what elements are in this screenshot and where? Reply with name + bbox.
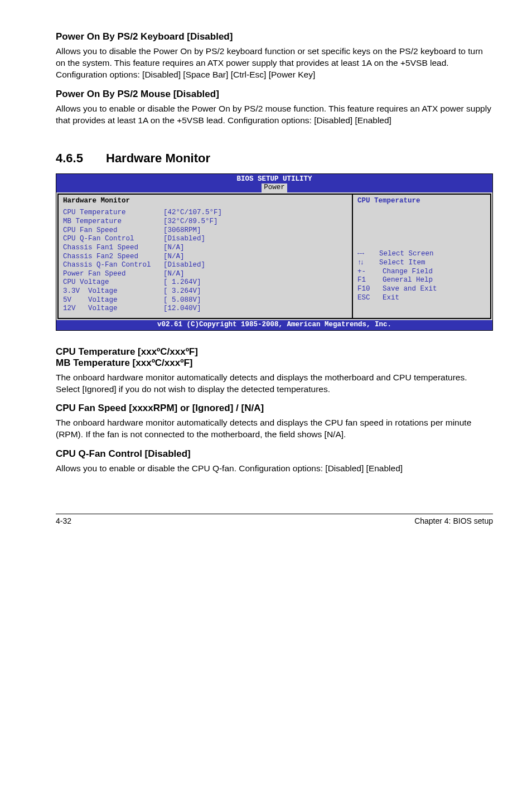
bios-nav-change-field: +- Change Field: [357, 268, 486, 277]
bios-nav-general-help: F1 General Help: [357, 276, 486, 285]
bios-row[interactable]: 5V Voltage [ 5.088V]: [63, 296, 347, 305]
heading-cputemp: CPU Temperature [xxxºC/xxxºF]: [56, 346, 493, 357]
text-temp: The onboard hardware monitor automatical…: [56, 372, 493, 395]
bios-footer: v02.61 (C)Copyright 1985-2008, American …: [56, 320, 492, 330]
bios-row[interactable]: 12V Voltage [12.040V]: [63, 305, 347, 313]
bios-title: BIOS SETUP UTILITY: [236, 175, 312, 183]
bios-row[interactable]: Chassis Fan1 Speed [N/A]: [63, 244, 347, 253]
heading-qfan: CPU Q-Fan Control [Disabled]: [56, 448, 493, 460]
bios-help-title: CPU Temperature: [357, 197, 486, 206]
bios-row[interactable]: CPU Temperature [42°C/107.5°F]: [63, 209, 347, 218]
bios-row[interactable]: CPU Fan Speed [3068RPM]: [63, 226, 347, 235]
arrow-left-right-icon: [357, 250, 362, 258]
bios-nav-select-screen: Select Screen: [357, 250, 486, 259]
heading-kbd: Power On By PS/2 Keyboard [Disabled]: [56, 31, 493, 42]
bios-nav: Select Screen Select Item +- Change Fiel…: [357, 250, 486, 302]
bios-tab-power[interactable]: Power: [262, 183, 287, 192]
bios-row[interactable]: Chassis Fan2 Speed [N/A]: [63, 253, 347, 262]
arrow-up-down-icon: [357, 259, 362, 267]
bios-row[interactable]: CPU Q-Fan Control [Disabled]: [63, 235, 347, 244]
chapter-label: Chapter 4: BIOS setup: [414, 516, 493, 525]
bios-row[interactable]: MB Temperature [32°C/89.5°F]: [63, 218, 347, 226]
bios-row[interactable]: CPU Voltage [ 1.264V]: [63, 278, 347, 287]
bios-left-panel: Hardware Monitor CPU Temperature [42°C/1…: [57, 194, 352, 319]
page-footer: 4-32 Chapter 4: BIOS setup: [56, 514, 493, 525]
text-qfan: Allows you to enable or disable the CPU …: [56, 463, 493, 475]
heading-hwmon-title: Hardware Monitor: [106, 151, 210, 165]
bios-titlebar: BIOS SETUP UTILITY Power: [56, 174, 492, 192]
text-kbd-2: Configuration options: [Disabled] [Space…: [56, 69, 493, 81]
heading-hwmon: 4.6.5Hardware Monitor: [56, 151, 493, 166]
bios-panel-heading: Hardware Monitor: [63, 197, 347, 206]
bios-nav-exit: ESC Exit: [357, 294, 486, 303]
bios-nav-save-exit: F10 Save and Exit: [357, 285, 486, 294]
text-fanspeed: The onboard hardware monitor automatical…: [56, 417, 493, 441]
heading-mbtemp: MB Temperature [xxxºC/xxxºF]: [56, 357, 493, 369]
text-mouse: Allows you to enable or disable the Powe…: [56, 103, 493, 127]
heading-hwmon-num: 4.6.5: [56, 151, 106, 166]
text-kbd-1: Allows you to disable the Power On by PS…: [56, 46, 493, 69]
heading-fanspeed: CPU Fan Speed [xxxxRPM] or [Ignored] / […: [56, 403, 493, 414]
bios-row[interactable]: Power Fan Speed [N/A]: [63, 270, 347, 279]
heading-mouse: Power On By PS/2 Mouse [Disabled]: [56, 89, 493, 100]
bios-screenshot: BIOS SETUP UTILITY Power Hardware Monito…: [56, 173, 493, 331]
page-number: 4-32: [56, 516, 71, 525]
bios-row[interactable]: 3.3V Voltage [ 3.264V]: [63, 287, 347, 296]
bios-row[interactable]: Chassis Q-Fan Control [Disabled]: [63, 261, 347, 270]
bios-nav-select-item: Select Item: [357, 259, 486, 268]
bios-right-panel: CPU Temperature Select Screen Select Ite…: [352, 194, 491, 319]
